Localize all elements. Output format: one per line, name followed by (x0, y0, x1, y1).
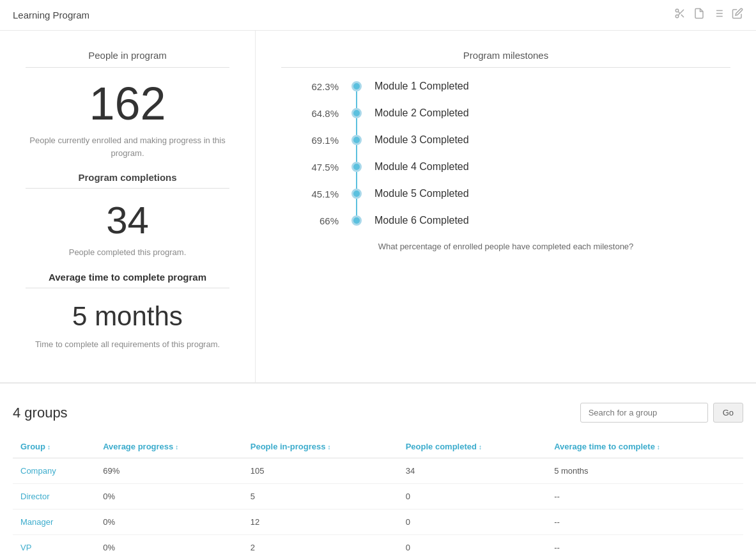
milestone-dot (351, 215, 362, 226)
bottom-section: 4 groups Go Group↕Average progress↕Peopl… (0, 384, 756, 560)
group-name-cell[interactable]: Manager (13, 509, 95, 535)
sort-icon: ↕ (479, 444, 482, 451)
milestone-row: 66% Module 6 Completed (281, 215, 730, 226)
avg-time-description: Time to complete all requirements of thi… (26, 338, 229, 351)
document-icon[interactable] (693, 8, 705, 22)
people-inprogress-cell: 12 (243, 509, 398, 535)
completions-description: People completed this program. (26, 246, 229, 259)
milestone-row: 45.1% Module 5 Completed (281, 188, 730, 199)
milestone-row: 62.3% Module 1 Completed (281, 81, 730, 92)
go-button[interactable]: Go (713, 403, 743, 423)
milestone-line (356, 172, 357, 190)
avg-progress-cell: 69% (95, 458, 243, 484)
avg-time-label: Average time to complete program (26, 272, 229, 283)
people-completed-cell: 0 (398, 484, 546, 509)
milestone-name: Module 5 Completed (374, 188, 469, 199)
bottom-header: 4 groups Go (13, 403, 743, 423)
people-count: 162 (26, 81, 229, 127)
milestone-row: 47.5% Module 4 Completed (281, 161, 730, 173)
milestone-dot-container (351, 81, 362, 91)
sort-icon: ↕ (175, 444, 178, 451)
table-row: Manager 0% 12 0 -- (13, 509, 743, 535)
milestones-title: Program milestones (281, 50, 730, 61)
milestone-name: Module 4 Completed (374, 161, 469, 173)
milestone-pct: 62.3% (294, 81, 339, 92)
milestone-dot-container (351, 108, 362, 118)
table-body: Company 69% 105 34 5 months Director 0% … (13, 458, 743, 561)
header-icons (674, 8, 743, 22)
milestone-pct: 64.8% (294, 108, 339, 119)
milestone-line (356, 118, 357, 136)
milestone-dot-container (351, 189, 362, 199)
svg-point-0 (675, 9, 679, 12)
right-panel: Program milestones 62.3% Module 1 Comple… (256, 31, 756, 382)
milestone-pct: 47.5% (294, 162, 339, 173)
people-completed-cell: 0 (398, 509, 546, 535)
people-in-program-label: People in program (26, 50, 229, 61)
milestone-row: 69.1% Module 3 Completed (281, 134, 730, 146)
milestone-dot (351, 135, 362, 145)
table-col-header[interactable]: Average progress↕ (95, 435, 243, 458)
divider-2 (26, 188, 229, 189)
group-name-cell[interactable]: Company (13, 458, 95, 484)
table-col-header[interactable]: People completed↕ (398, 435, 546, 458)
edit-icon[interactable] (732, 8, 743, 22)
milestone-name: Module 6 Completed (374, 215, 469, 226)
milestone-dot (351, 108, 362, 118)
table-col-header[interactable]: People in-progress↕ (243, 435, 398, 458)
left-panel: People in program 162 People currently e… (0, 31, 256, 382)
search-input[interactable] (580, 403, 708, 423)
avg-time-cell: -- (546, 484, 743, 509)
people-completed-cell: 0 (398, 535, 546, 561)
completions-label: Program completions (26, 172, 229, 183)
svg-line-3 (681, 15, 684, 17)
table-col-header[interactable]: Group↕ (13, 435, 95, 458)
milestone-dot-container (351, 135, 362, 145)
groups-table: Group↕Average progress↕People in-progres… (13, 435, 743, 560)
group-name-cell[interactable]: VP (13, 535, 95, 561)
milestone-dot (351, 189, 362, 199)
milestone-pct: 66% (294, 215, 339, 226)
main-content: People in program 162 People currently e… (0, 31, 756, 384)
divider-1 (26, 67, 229, 68)
milestone-dot (351, 81, 362, 91)
avg-time-cell: 5 months (546, 458, 743, 484)
sort-icon: ↕ (327, 444, 330, 451)
avg-progress-cell: 0% (95, 535, 243, 561)
milestone-name: Module 3 Completed (374, 134, 469, 146)
sort-icon: ↕ (47, 444, 50, 451)
avg-time-value: 5 months (26, 301, 229, 332)
milestone-pct: 69.1% (294, 135, 339, 146)
milestone-row: 64.8% Module 2 Completed (281, 107, 730, 119)
milestone-dot-container (351, 162, 362, 172)
search-container: Go (580, 403, 743, 423)
avg-progress-cell: 0% (95, 509, 243, 535)
divider-milestones (281, 67, 730, 68)
svg-point-1 (675, 15, 679, 18)
milestone-pct: 45.1% (294, 189, 339, 199)
avg-time-cell: -- (546, 535, 743, 561)
people-inprogress-cell: 5 (243, 484, 398, 509)
milestone-dot-container (351, 215, 362, 226)
table-header-row: Group↕Average progress↕People in-progres… (13, 435, 743, 458)
sort-icon: ↕ (657, 444, 660, 451)
table-row: Director 0% 5 0 -- (13, 484, 743, 509)
table-col-header[interactable]: Average time to complete↕ (546, 435, 743, 458)
milestone-name: Module 1 Completed (374, 81, 469, 92)
milestone-line (356, 199, 357, 217)
milestone-line (356, 91, 357, 109)
completions-count: 34 (26, 201, 229, 240)
avg-progress-cell: 0% (95, 484, 243, 509)
group-name-cell[interactable]: Director (13, 484, 95, 509)
milestone-line (356, 145, 357, 163)
scissors-icon[interactable] (674, 8, 686, 22)
milestone-caption: What percentage of enrolled people have … (281, 242, 730, 251)
people-description: People currently enrolled and making pro… (26, 134, 229, 159)
page-header: Learning Program (0, 0, 756, 31)
people-inprogress-cell: 105 (243, 458, 398, 484)
svg-line-4 (678, 12, 680, 13)
people-inprogress-cell: 2 (243, 535, 398, 561)
table-row: VP 0% 2 0 -- (13, 535, 743, 561)
divider-3 (26, 288, 229, 288)
list-icon[interactable] (713, 8, 724, 22)
